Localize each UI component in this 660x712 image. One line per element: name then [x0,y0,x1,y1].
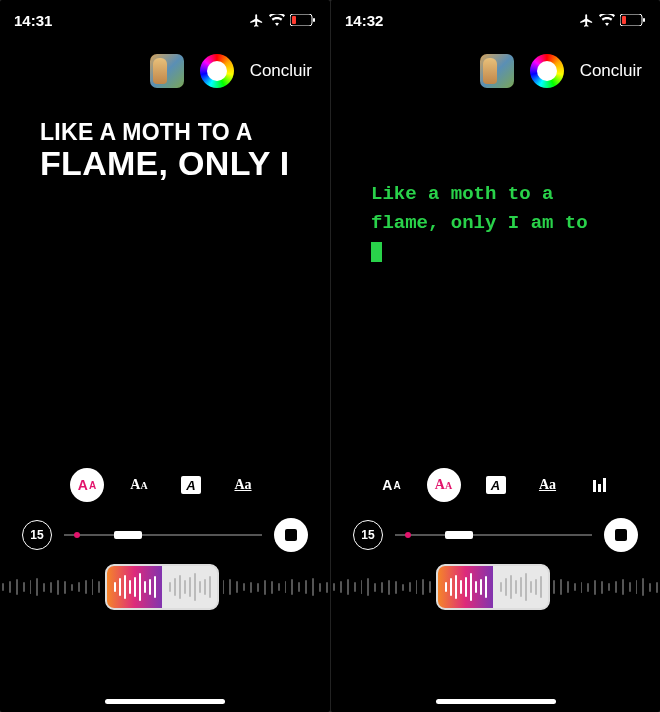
stop-button[interactable] [604,518,638,552]
lyric-canvas[interactable]: Like a moth to a flame, only I [0,120,330,183]
selected-clip[interactable] [105,564,219,610]
lyric-text[interactable]: Like a moth to a flame, only I [40,120,290,183]
status-icons [249,13,316,28]
lyric-line-2: flame, only I am to [371,212,588,234]
svg-rect-5 [643,18,645,22]
duration-button[interactable]: 15 [22,520,52,550]
clock: 14:32 [345,12,383,29]
color-picker-button[interactable] [200,54,234,88]
album-thumbnail[interactable] [480,54,514,88]
duration-button[interactable]: 15 [353,520,383,550]
font-style-underline[interactable]: Aa [226,468,260,502]
svg-rect-1 [292,16,296,24]
story-editor-left: 14:31 Concluir Like a moth to a flame, o… [0,0,330,712]
font-style-boxed[interactable]: A [479,468,513,502]
editor-toolbar: Concluir [331,40,660,94]
font-style-bold[interactable]: AA [70,468,104,502]
lyric-line-1: Like a moth to a [371,183,553,205]
status-icons [579,13,646,28]
text-cursor [371,242,382,262]
wifi-icon [269,14,285,26]
font-style-row: AA AA A Aa [0,468,330,502]
lyric-line-1: Like a moth to a [40,120,290,145]
lyric-line-2: flame, only I [40,145,290,182]
status-bar: 14:31 [0,0,330,40]
stop-button[interactable] [274,518,308,552]
font-style-underline[interactable]: Aa [531,468,565,502]
home-indicator[interactable] [105,699,225,704]
lyric-canvas[interactable]: Like a moth to a flame, only I am to [331,120,660,206]
font-style-serif[interactable]: AA [122,468,156,502]
svg-rect-2 [313,18,315,22]
done-button[interactable]: Concluir [580,61,642,81]
music-scrubber[interactable] [331,562,660,612]
battery-icon [290,14,316,26]
done-button[interactable]: Concluir [250,61,312,81]
font-style-serif[interactable]: AA [427,468,461,502]
timeline-slider[interactable] [395,534,592,536]
font-style-row: AA AA A Aa [331,468,660,502]
svg-rect-4 [622,16,626,24]
home-indicator[interactable] [436,699,556,704]
album-thumbnail[interactable] [150,54,184,88]
timeline-slider[interactable] [64,534,262,536]
airplane-icon [249,13,264,28]
font-style-boxed[interactable]: A [174,468,208,502]
timeline-row: 15 [0,518,330,552]
airplane-icon [579,13,594,28]
status-bar: 14:32 [331,0,660,40]
timeline-row: 15 [331,518,660,552]
battery-icon [620,14,646,26]
music-scrubber[interactable] [0,562,330,612]
color-picker-button[interactable] [530,54,564,88]
wifi-icon [599,14,615,26]
story-editor-right: 14:32 Concluir Like a moth to a flame, o… [330,0,660,712]
selected-clip[interactable] [436,564,550,610]
lyric-text[interactable]: Like a moth to a flame, only I am to [371,180,620,266]
font-style-bold[interactable]: AA [375,468,409,502]
clock: 14:31 [14,12,52,29]
font-style-bars[interactable] [583,468,617,502]
editor-toolbar: Concluir [0,40,330,94]
